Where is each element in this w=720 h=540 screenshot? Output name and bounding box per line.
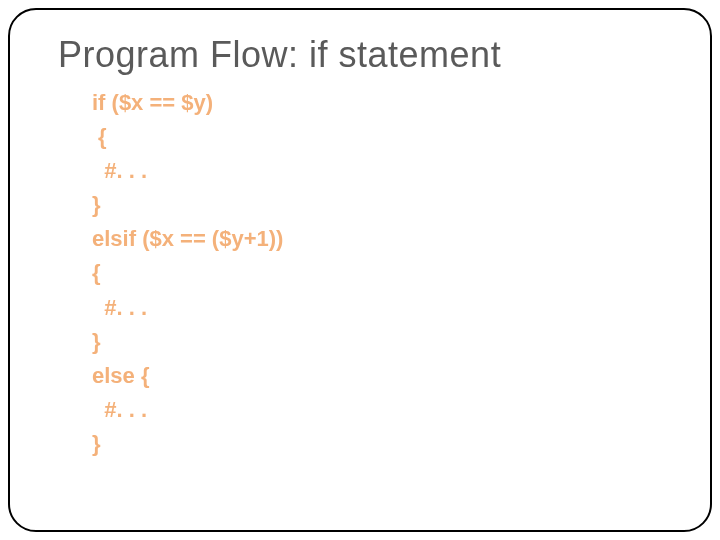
- code-block: if ($x == $y) { #. . . } elsif ($x == ($…: [92, 86, 670, 461]
- code-line: else {: [92, 359, 670, 393]
- code-line: #. . .: [92, 393, 670, 427]
- code-line: {: [92, 120, 670, 154]
- code-line: {: [92, 256, 670, 290]
- code-line: elsif ($x == ($y+1)): [92, 222, 670, 256]
- code-line: }: [92, 427, 670, 461]
- slide-frame: Program Flow: if statement if ($x == $y)…: [8, 8, 712, 532]
- code-line: }: [92, 188, 670, 222]
- code-line: if ($x == $y): [92, 86, 670, 120]
- code-line: }: [92, 325, 670, 359]
- code-line: #. . .: [92, 291, 670, 325]
- slide-title: Program Flow: if statement: [58, 34, 670, 76]
- code-line: #. . .: [92, 154, 670, 188]
